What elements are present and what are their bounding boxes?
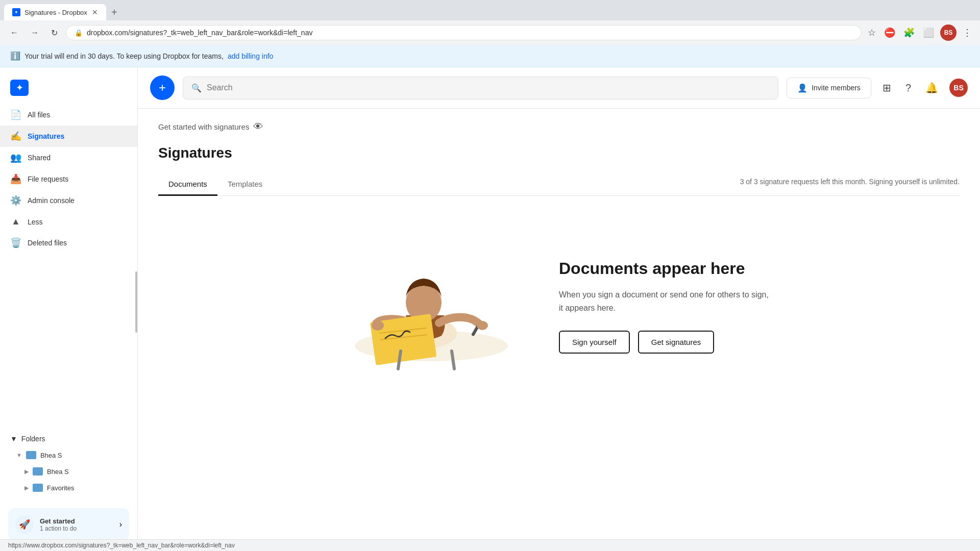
folder-icon-fav	[33, 484, 43, 492]
empty-state: Documents appear here When you sign a do…	[158, 208, 960, 404]
content-area: Get started with signatures 👁 Signatures…	[138, 109, 980, 416]
get-started-banner[interactable]: 🚀 Get started 1 action to do ›	[8, 508, 129, 541]
action-buttons: Sign yourself Get signatures	[559, 331, 773, 354]
folder-chevron-sub-icon: ▶	[24, 468, 29, 475]
sidebar: 📄 All files ✍️ Signatures 👥 Shared 📥 Fil…	[0, 67, 138, 551]
folder-label-favorites: Favorites	[47, 484, 74, 492]
apps-button[interactable]: ⊞	[879, 79, 894, 97]
help-button[interactable]: ?	[902, 79, 914, 97]
main-content: + 🔍 👤 Invite members ⊞ ? 🔔 BS Get starte…	[138, 67, 980, 551]
get-started-subtitle: 1 action to do	[40, 525, 113, 532]
folder-favorites[interactable]: ▶ Favorites	[0, 480, 137, 496]
get-started-text: Get started 1 action to do	[40, 517, 113, 532]
url-text: dropbox.com/signatures?_tk=web_left_nav_…	[87, 29, 312, 37]
alert-message: Your trial will end in 30 days. To keep …	[24, 52, 224, 60]
tabs-row: Documents Templates 3 of 3 signature req…	[158, 173, 960, 196]
search-bar[interactable]: 🔍	[183, 77, 778, 99]
browser-profile-button[interactable]: BS	[940, 24, 957, 41]
split-view-button[interactable]: ⬜	[921, 25, 936, 40]
get-started-title: Get started	[40, 517, 113, 525]
folders-header[interactable]: ▼ Folders	[0, 431, 137, 447]
rocket-icon: 🚀	[15, 515, 34, 534]
adblock-button[interactable]: ⛔	[882, 25, 897, 40]
sidebar-label-file-requests: File requests	[28, 175, 68, 183]
menu-button[interactable]: ⋮	[961, 25, 974, 40]
sidebar-label-shared: Shared	[28, 154, 51, 162]
svg-point-7	[372, 320, 384, 331]
address-bar[interactable]: 🔒 dropbox.com/signatures?_tk=web_left_na…	[66, 25, 862, 40]
admin-console-icon: ⚙️	[10, 195, 21, 206]
get-started-chevron-icon: ›	[119, 520, 122, 529]
sidebar-logo	[0, 76, 137, 104]
shared-icon: 👥	[10, 152, 21, 163]
invite-icon: 👤	[797, 83, 807, 93]
sidebar-item-file-requests[interactable]: 📥 File requests	[0, 168, 137, 190]
signing-illustration	[345, 239, 518, 371]
nav-icons: ☆ ⛔ 🧩 ⬜ BS ⋮	[866, 24, 974, 41]
get-started-link-text: Get started with signatures	[158, 122, 249, 131]
alert-icon: ℹ️	[10, 51, 20, 61]
back-button[interactable]: ←	[6, 26, 22, 39]
less-icon: ▲	[10, 216, 21, 227]
tab-close-button[interactable]: ✕	[92, 8, 98, 16]
sidebar-item-deleted-files[interactable]: 🗑️ Deleted files	[0, 232, 137, 254]
sign-yourself-button[interactable]: Sign yourself	[559, 331, 630, 354]
new-tab-button[interactable]: +	[107, 7, 121, 18]
sidebar-item-all-files[interactable]: 📄 All files	[0, 104, 137, 126]
forward-button[interactable]: →	[27, 26, 43, 39]
search-input[interactable]	[207, 83, 770, 92]
status-bar: https://www.dropbox.com/signatures?_tk=w…	[0, 539, 980, 551]
eye-icon: 👁	[253, 121, 263, 133]
tab-documents[interactable]: Documents	[158, 173, 217, 196]
header-actions: 👤 Invite members ⊞ ? 🔔 BS	[787, 78, 968, 98]
sidebar-label-admin-console: Admin console	[28, 196, 75, 205]
app-layout: 📄 All files ✍️ Signatures 👥 Shared 📥 Fil…	[0, 67, 980, 551]
folder-label-bhea-s-sub: Bhea S	[47, 468, 69, 475]
main-header: + 🔍 👤 Invite members ⊞ ? 🔔 BS	[138, 67, 980, 109]
user-avatar[interactable]: BS	[949, 79, 968, 97]
reload-button[interactable]: ↻	[47, 26, 62, 40]
bookmark-button[interactable]: ☆	[866, 25, 878, 40]
browser-nav-bar: ← → ↻ 🔒 dropbox.com/signatures?_tk=web_l…	[0, 20, 980, 45]
search-icon: 🔍	[191, 83, 202, 93]
sidebar-item-shared[interactable]: 👥 Shared	[0, 147, 137, 168]
tab-favicon	[12, 8, 20, 16]
notifications-button[interactable]: 🔔	[922, 79, 941, 97]
create-button[interactable]: +	[150, 76, 175, 100]
all-files-icon: 📄	[10, 109, 21, 120]
folders-label: Folders	[21, 435, 45, 443]
folder-bhea-s-root[interactable]: ▼ Bhea S	[0, 447, 137, 463]
extensions-button[interactable]: 🧩	[901, 25, 917, 40]
page-title: Signatures	[158, 145, 960, 161]
dropbox-logo[interactable]	[10, 80, 29, 96]
sidebar-item-admin-console[interactable]: ⚙️ Admin console	[0, 190, 137, 211]
folder-icon-blue	[26, 451, 36, 459]
status-url: https://www.dropbox.com/signatures?_tk=w…	[8, 542, 235, 549]
get-started-link[interactable]: Get started with signatures 👁	[158, 121, 960, 133]
sidebar-label-signatures: Signatures	[28, 132, 64, 140]
sidebar-item-less[interactable]: ▲ Less	[0, 211, 137, 232]
empty-state-description: When you sign a document or send one for…	[559, 288, 773, 314]
folder-chevron-icon: ▼	[16, 452, 22, 458]
folder-chevron-fav-icon: ▶	[24, 485, 29, 491]
lock-icon: 🔒	[75, 29, 83, 37]
invite-button-label: Invite members	[812, 84, 861, 92]
browser-frame: Signatures - Dropbox ✕ + ← → ↻ 🔒 dropbox…	[0, 0, 980, 45]
tab-title: Signatures - Dropbox	[24, 9, 87, 16]
folder-label-bhea-s-root: Bhea S	[40, 452, 62, 459]
sidebar-label-less: Less	[28, 218, 43, 226]
folders-section: ▼ Folders ▼ Bhea S ▶ Bhea S ▶ Favorites	[0, 427, 137, 500]
tab-bar: Signatures - Dropbox ✕ +	[0, 0, 980, 20]
get-signatures-button[interactable]: Get signatures	[638, 331, 715, 354]
signatures-icon: ✍️	[10, 131, 21, 142]
folder-bhea-s-sub[interactable]: ▶ Bhea S	[0, 463, 137, 480]
sidebar-scrollbar[interactable]	[135, 271, 137, 333]
add-billing-link[interactable]: add billing info	[228, 52, 274, 60]
sidebar-item-signatures[interactable]: ✍️ Signatures	[0, 126, 137, 147]
folders-chevron-icon: ▼	[10, 435, 17, 443]
illustration	[345, 239, 518, 373]
tab-templates[interactable]: Templates	[217, 173, 273, 196]
active-tab[interactable]: Signatures - Dropbox ✕	[4, 4, 106, 20]
invite-members-button[interactable]: 👤 Invite members	[787, 78, 871, 98]
sidebar-label-all-files: All files	[28, 111, 50, 119]
